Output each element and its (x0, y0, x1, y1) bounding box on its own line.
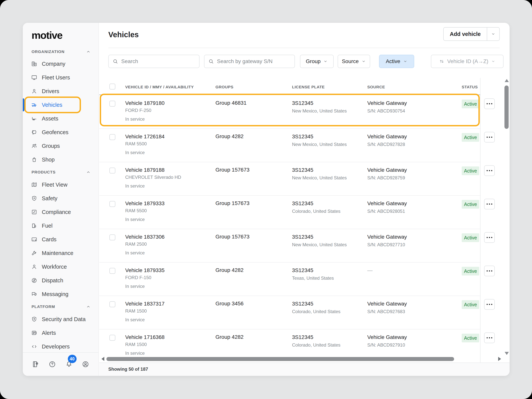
sidebar-item-messaging[interactable]: Messaging (23, 287, 98, 301)
row-actions-button[interactable] (484, 332, 495, 343)
trailer-icon (31, 115, 37, 122)
sidebar-item-drivers[interactable]: Drivers (23, 84, 98, 98)
vehicle-availability: In service (125, 183, 181, 189)
horizontal-scroll-right-arrow[interactable] (498, 357, 501, 361)
sidebar-item-groups[interactable]: Groups (23, 139, 98, 153)
row-actions-button[interactable] (484, 266, 495, 276)
license-plate: 3S12345 (292, 100, 347, 106)
row-actions-button[interactable] (484, 199, 495, 209)
table-row[interactable]: Vehicle 1837306 RAM 2500 In service Grou… (99, 229, 510, 262)
sidebar-item-label: Dispatch (42, 277, 63, 284)
status-badge: Active (462, 200, 479, 209)
status-badge: Active (462, 100, 479, 108)
table-row[interactable]: Vehicle 1726184 RAM 5500 In service Grou… (99, 128, 510, 162)
sidebar-item-developers[interactable]: Developers (23, 340, 98, 353)
help-button[interactable] (48, 361, 56, 368)
select-all-checkbox[interactable] (109, 84, 115, 89)
group-filter[interactable]: Group (300, 55, 334, 68)
source-filter-label: Source (342, 58, 359, 64)
map-book-button[interactable] (32, 361, 39, 368)
column-header-vehicle-id-mmy-availability: VEHICLE ID / MMY / AVAILABILITY (125, 85, 194, 89)
vertical-scrollbar-thumb[interactable] (504, 86, 509, 129)
results-summary: Showing 50 of 187 (108, 363, 148, 375)
row-checkbox[interactable] (109, 268, 115, 274)
building-icon (31, 61, 37, 67)
source-name: Vehicle Gateway (367, 100, 407, 106)
column-divider (480, 78, 481, 362)
source-serial: S/N: ABCD927910 (367, 342, 407, 348)
chevron-up-icon[interactable] (86, 304, 91, 309)
sidebar-item-label: Geofences (42, 129, 68, 135)
vertical-scroll-up-arrow[interactable] (505, 79, 509, 82)
sidebar-item-workforce[interactable]: Workforce (23, 260, 98, 274)
sidebar-item-maintenance[interactable]: Maintenance (23, 246, 98, 260)
gateway-sn-input[interactable] (217, 58, 291, 64)
sidebar-item-fleet-users[interactable]: Fleet Users (23, 71, 98, 84)
sidebar-item-fleet-view[interactable]: Fleet View (23, 178, 98, 191)
sidebar-item-label: Maintenance (42, 250, 73, 256)
row-checkbox[interactable] (109, 101, 115, 107)
row-checkbox[interactable] (109, 234, 115, 240)
chevron-up-icon[interactable] (86, 49, 91, 54)
add-vehicle-button[interactable]: Add vehicle (443, 27, 500, 41)
monitor-icon (31, 75, 37, 81)
sidebar-item-security-and-data[interactable]: Security and Data (23, 312, 98, 326)
table-row[interactable]: Vehicle 1879188 CHEVROLET Silverado HD I… (99, 162, 510, 195)
status-badge: Active (462, 300, 479, 309)
table-row[interactable]: Vehicle 1879335 FORD F-150 In service Gr… (99, 262, 510, 296)
row-checkbox[interactable] (109, 168, 115, 173)
row-actions-button[interactable] (484, 299, 495, 310)
sidebar-item-geofences[interactable]: Geofences (23, 125, 98, 139)
status-filter[interactable]: Active (379, 55, 414, 68)
horizontal-scroll-left-arrow[interactable] (101, 357, 104, 361)
bell-button[interactable]: 40 (65, 361, 73, 368)
sidebar-item-vehicles[interactable]: Vehicles (23, 98, 98, 112)
sidebar-section-header[interactable]: ORGANIZATION (23, 46, 98, 57)
sidebar-item-label: Shop (42, 157, 55, 163)
chevron-up-icon[interactable] (86, 170, 91, 175)
sidebar-item-safety[interactable]: Safety (23, 191, 98, 205)
add-vehicle-dropdown[interactable] (487, 28, 499, 40)
row-checkbox[interactable] (109, 301, 115, 307)
account-button[interactable] (82, 361, 89, 368)
vehicle-id: Vehicle 1879333 (125, 200, 165, 207)
sidebar-item-assets[interactable]: Assets (23, 112, 98, 125)
wrench-icon (31, 250, 37, 256)
sort-button[interactable]: Vehicle ID (A→Z) (431, 55, 504, 68)
vehicle-mmy: RAM 2500 (125, 241, 165, 247)
section-label: PLATFORM (32, 304, 55, 309)
row-checkbox[interactable] (109, 201, 115, 207)
motive-logo: motive (32, 29, 62, 41)
license-plate: 3S12345 (292, 334, 341, 341)
vertical-scroll-down-arrow[interactable] (505, 352, 509, 355)
sidebar-item-label: Security and Data (42, 316, 86, 323)
help-icon (48, 361, 56, 368)
add-vehicle-label[interactable]: Add vehicle (444, 28, 487, 40)
status-badge: Active (462, 166, 479, 175)
source-filter[interactable]: Source (338, 55, 370, 68)
sidebar-item-dispatch[interactable]: Dispatch (23, 274, 98, 287)
row-actions-button[interactable] (484, 132, 495, 142)
row-actions-button[interactable] (484, 165, 495, 176)
horizontal-scrollbar-thumb[interactable] (106, 357, 454, 361)
sidebar-item-company[interactable]: Company (23, 57, 98, 71)
filter-bar: Group Source Active Vehicle ID (A→Z) (99, 48, 510, 78)
sidebar-item-alerts[interactable]: Alerts (23, 326, 98, 340)
sidebar-item-compliance[interactable]: Compliance (23, 205, 98, 219)
row-actions-button[interactable] (484, 232, 495, 243)
sidebar-item-cards[interactable]: Cards (23, 233, 98, 246)
table-row[interactable]: Vehicle 1879333 RAM 5500 In service Grou… (99, 195, 510, 229)
sidebar-section-header[interactable]: PRODUCTS (23, 166, 98, 178)
sort-label: Vehicle ID (A→Z) (447, 58, 488, 64)
row-actions-button[interactable] (484, 98, 495, 109)
vehicle-group: Group 4282 (215, 133, 244, 139)
row-checkbox[interactable] (109, 335, 115, 341)
table-row[interactable]: Vehicle 1879180 FORD F-250 In service Gr… (99, 95, 510, 128)
row-checkbox[interactable] (109, 134, 115, 140)
sidebar-section-header[interactable]: PLATFORM (23, 301, 98, 312)
sidebar-item-shop[interactable]: Shop (23, 153, 98, 166)
search-input[interactable] (121, 58, 195, 64)
sidebar-item-fuel[interactable]: Fuel (23, 219, 98, 233)
table-row[interactable]: Vehicle 1837317 RAM 1500 In service Grou… (99, 296, 510, 329)
section-items: Company Fleet Users Drivers Vehicles Ass… (23, 57, 98, 166)
